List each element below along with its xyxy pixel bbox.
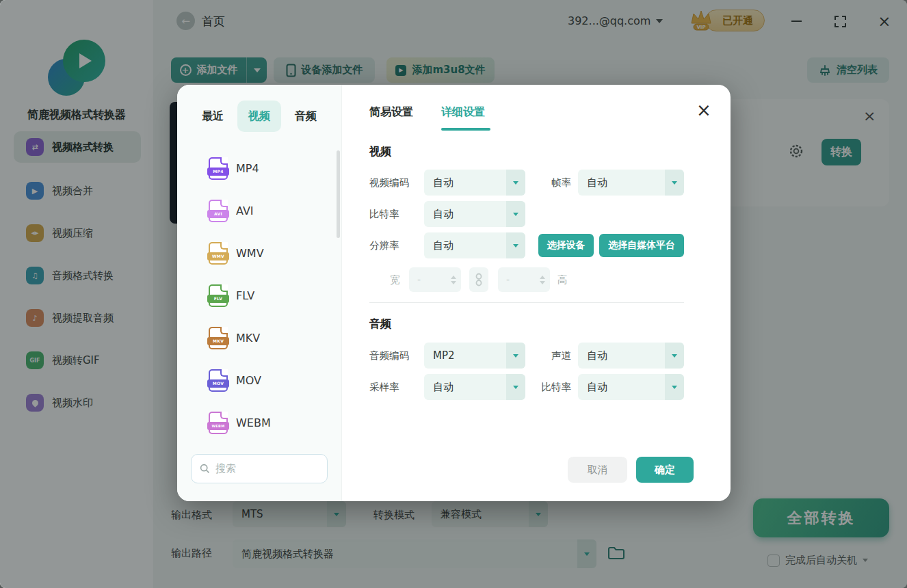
audio-bitrate-label: 比特率 [506,374,571,400]
app-window: 简鹿视频格式转换器 ⇄ 视频格式转换 ▶ 视频合并 ◀▶ 视频压缩 ♫ 音频格式… [0,0,907,588]
active-tab-indicator [441,128,490,131]
flv-file-icon: FLV [209,284,228,307]
mov-file-icon: MOV [209,369,228,392]
video-bitrate-label: 比特率 [369,201,399,227]
tab-simple-settings[interactable]: 简易设置 [369,105,413,120]
avi-file-icon: AVI [209,200,228,222]
video-codec-label: 视频编码 [369,170,409,196]
format-item-mkv[interactable]: MKV MKV [177,323,342,353]
resolution-select[interactable]: 自动 [424,232,525,258]
height-input[interactable]: - [498,267,550,292]
format-item-flv[interactable]: FLV FLV [177,280,342,310]
audio-codec-label: 音频编码 [369,343,409,369]
video-bitrate-select[interactable]: 自动 [424,201,525,227]
mp4-file-icon: MP4 [209,157,228,180]
audio-bitrate-select[interactable]: 自动 [578,374,684,400]
format-item-wmv[interactable]: WMV WMV [177,238,342,268]
tab-audio[interactable]: 音频 [285,101,326,132]
section-divider [369,302,684,303]
webm-file-icon: WEBM [209,412,228,434]
format-item-avi[interactable]: AVI AVI [177,196,342,226]
stepper-arrows-icon [449,276,461,284]
wmv-file-icon: WMV [209,242,228,265]
height-label: 高 [557,267,568,293]
search-placeholder: 搜索 [215,462,236,475]
settings-panel: 简易设置 详细设置 × 视频 视频编码 自动 帧率 自动 比特率 自动 分辨率 [342,85,731,501]
chevron-down-icon [665,170,684,196]
tab-video[interactable]: 视频 [237,101,281,132]
close-dialog-icon[interactable]: × [696,101,711,119]
cancel-button[interactable]: 取消 [568,457,627,483]
format-item-mp4[interactable]: MP4 MP4 [177,153,342,183]
video-section-title: 视频 [369,145,391,159]
format-item-webm[interactable]: WEBM WEBM [177,407,342,438]
width-input[interactable]: - [409,267,461,292]
channels-label: 声道 [506,343,571,369]
format-list-scrollbar[interactable] [337,150,340,238]
audio-section-title: 音频 [369,317,391,332]
ok-button[interactable]: 确定 [636,457,694,483]
format-search-input[interactable]: 搜索 [191,454,328,483]
stepper-arrows-icon [538,276,550,284]
resolution-label: 分辨率 [369,232,399,258]
framerate-select[interactable]: 自动 [578,170,684,196]
tab-recent[interactable]: 最近 [192,101,233,132]
select-device-button[interactable]: 选择设备 [538,234,594,257]
width-label: 宽 [390,267,400,293]
select-platform-button[interactable]: 选择自媒体平台 [599,234,684,257]
chevron-down-icon [506,201,525,227]
chevron-down-icon [665,374,684,400]
format-picker-panel: 最近 视频 音频 MP4 MP4 AVI AVI WMV WMV FLV FLV… [177,85,342,501]
samplerate-label: 采样率 [369,374,399,400]
chevron-down-icon [665,343,684,369]
format-settings-dialog: 最近 视频 音频 MP4 MP4 AVI AVI WMV WMV FLV FLV… [177,85,731,501]
format-item-mov[interactable]: MOV MOV [177,365,342,395]
channels-select[interactable]: 自动 [578,343,684,369]
chevron-down-icon [506,232,525,258]
search-icon [200,464,210,474]
framerate-label: 帧率 [506,170,571,196]
tab-detailed-settings[interactable]: 详细设置 [441,105,485,120]
mkv-file-icon: MKV [209,327,228,349]
link-dimensions-icon[interactable] [469,267,488,292]
